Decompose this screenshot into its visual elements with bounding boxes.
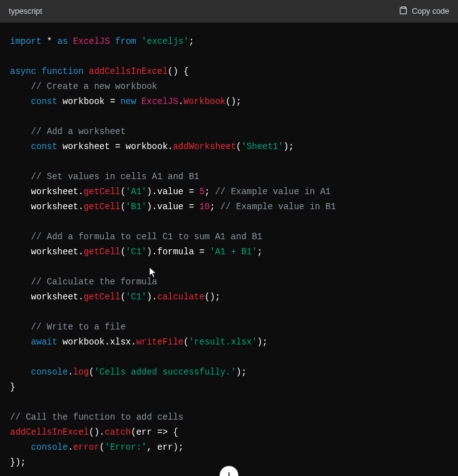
- code-area[interactable]: import * as ExcelJS from 'exceljs'; asyn…: [0, 23, 458, 476]
- code-block: typescript Copy code import * as ExcelJS…: [0, 0, 458, 476]
- clipboard-icon: [399, 6, 408, 17]
- code-header: typescript Copy code: [0, 0, 458, 23]
- code-content: import * as ExcelJS from 'exceljs'; asyn…: [10, 34, 448, 470]
- copy-code-button[interactable]: Copy code: [399, 6, 449, 17]
- language-label: typescript: [9, 7, 43, 16]
- copy-code-label: Copy code: [412, 7, 449, 16]
